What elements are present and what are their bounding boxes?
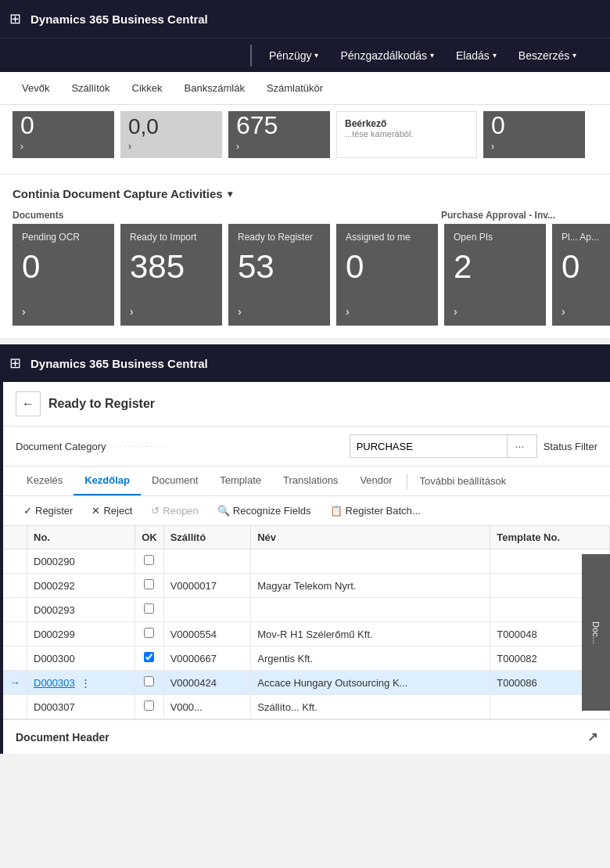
tab-document[interactable]: Document <box>141 466 209 495</box>
tile-open-pis[interactable]: Open PIs 2 › <box>444 224 546 326</box>
tile-arrow-icon: › <box>346 305 429 318</box>
ok-checkbox[interactable] <box>144 555 154 565</box>
row-no[interactable]: D000300 <box>27 646 135 671</box>
detail-title: Ready to Register <box>48 397 155 411</box>
row-no[interactable]: D000299 <box>27 622 135 646</box>
ok-checkbox[interactable] <box>144 701 154 711</box>
tile-1[interactable]: 0,0 › <box>120 111 222 158</box>
tile-arrow-icon: › <box>128 141 214 152</box>
tab-separator <box>407 474 407 489</box>
row-indicator: → <box>3 671 27 695</box>
ok-checkbox[interactable] <box>144 628 154 638</box>
kebab-menu-button[interactable]: ⋮ <box>77 677 94 689</box>
tab-more-settings[interactable]: További beállítások <box>411 467 516 495</box>
recognize-fields-button[interactable]: 🔍 Recognize Fields <box>210 501 319 520</box>
reject-button[interactable]: ✕ Reject <box>84 501 140 520</box>
row-no[interactable]: D000292 <box>27 574 135 598</box>
table-row[interactable]: D000290 <box>3 549 610 574</box>
nav-item-penzgazd[interactable]: Pénzgazdálkodás ▾ <box>329 38 445 73</box>
tile-ready-to-register[interactable]: Ready to Register 53 › <box>228 224 330 326</box>
row-ok[interactable] <box>135 549 164 574</box>
row-ok[interactable] <box>135 622 164 646</box>
tile-beerkez[interactable]: Beérkező ...tése kamerából. <box>336 111 477 158</box>
th-template-no[interactable]: Template No. <box>490 526 610 549</box>
tile-pending-ocr[interactable]: Pending OCR 0 › <box>13 224 114 326</box>
filter-dots-button[interactable]: ··· <box>507 435 533 457</box>
doc-column-label: Doc... <box>582 554 610 711</box>
tile-0[interactable]: 0 › <box>13 111 114 158</box>
grid-icon-2[interactable]: ⊞ <box>9 355 21 372</box>
row-no[interactable]: D000293 <box>27 598 135 622</box>
ok-checkbox[interactable] <box>144 652 154 662</box>
nav-bar: Pénzügy ▾ Pénzgazdálkodás ▾ Eladás ▾ Bes… <box>0 38 610 72</box>
tile-arrow-icon: › <box>22 305 105 318</box>
tabs-row: Kezelés Kezdőlap Document Template Trans… <box>3 466 610 496</box>
x-icon: ✕ <box>92 505 100 517</box>
export-icon[interactable]: ↗ <box>587 729 597 744</box>
continia-section-header: Continia Document Capture Activities ▾ <box>0 174 610 207</box>
table-row[interactable]: D000299V0000554Mov-R H1 Szélerőmű Kft.T0… <box>3 622 610 646</box>
table-row[interactable]: D000293 <box>3 598 610 622</box>
document-header-label: Document Header <box>16 731 109 744</box>
tile-ready-to-import[interactable]: Ready to Import 385 › <box>120 224 222 326</box>
subnav-szamlatukor[interactable]: Számlatükör <box>257 72 332 105</box>
row-no[interactable]: D000303 ⋮ <box>27 671 135 695</box>
nav-item-eladas[interactable]: Eladás ▾ <box>445 38 508 73</box>
table-row[interactable]: →D000303 ⋮V0000424Accace Hungary Outsour… <box>3 671 610 695</box>
tab-template[interactable]: Template <box>209 466 272 495</box>
tile-assigned-to-me[interactable]: Assigned to me 0 › <box>336 224 438 326</box>
row-ok[interactable] <box>135 695 164 719</box>
tile-arrow-icon: › <box>236 141 322 152</box>
tile-arrow-icon: › <box>238 305 321 318</box>
row-no[interactable]: D000290 <box>27 549 135 574</box>
subnav-cikkek[interactable]: Cikkek <box>123 72 172 105</box>
th-ok[interactable]: OK <box>135 526 164 549</box>
tile-pl-ap[interactable]: Pl... Ap... 0 › <box>552 224 610 326</box>
row-arrow-icon: → <box>9 676 20 689</box>
table-row[interactable]: D000307V000...Szállíto... Kft. <box>3 695 610 719</box>
filter-dots: ············ <box>116 442 343 450</box>
row-ok[interactable] <box>135 671 164 695</box>
ok-checkbox[interactable] <box>144 676 154 686</box>
reopen-button[interactable]: ↺ Reopen <box>143 501 206 520</box>
tile-2[interactable]: 675 › <box>228 111 330 158</box>
row-ok[interactable] <box>135 646 164 671</box>
tile-4[interactable]: 0 › <box>483 111 585 158</box>
th-nev[interactable]: Név <box>251 526 490 549</box>
th-no[interactable]: No. <box>27 526 135 549</box>
register-button[interactable]: ✓ Register <box>16 501 81 520</box>
document-no: D000307 <box>34 701 75 713</box>
row-szallito: V0000667 <box>163 646 251 671</box>
subnav-vevok[interactable]: Vevők <box>13 72 59 105</box>
top-tiles-section: 0 › 0,0 › 675 › Beérkező ...tése kameráb… <box>0 105 610 174</box>
tab-kezdőlap[interactable]: Kezdőlap <box>74 466 141 495</box>
table-row[interactable]: D000300V0000667Argentis Kft.T000082 <box>3 646 610 671</box>
nav-item-penzugy[interactable]: Pénzügy ▾ <box>258 38 329 73</box>
nav-item-beszerzes[interactable]: Beszerzés ▾ <box>508 38 587 73</box>
row-no[interactable]: D000307 <box>27 695 135 719</box>
row-ok[interactable] <box>135 598 164 622</box>
tab-kezelés[interactable]: Kezelés <box>16 466 74 495</box>
tab-vendor[interactable]: Vendor <box>349 466 403 495</box>
ok-checkbox[interactable] <box>144 603 154 614</box>
grid-icon[interactable]: ⊞ <box>9 10 21 27</box>
document-header-section: Document Header ↗ <box>3 719 610 754</box>
register-batch-button[interactable]: 📋 Register Batch... <box>322 501 429 520</box>
back-button[interactable]: ← <box>16 391 41 416</box>
tile-arrow-icon: › <box>454 305 536 318</box>
row-ok[interactable] <box>135 574 164 598</box>
row-nev: Accace Hungary Outsourcing K... <box>251 671 490 695</box>
row-indicator <box>3 574 27 598</box>
row-szallito: V0000017 <box>163 574 251 598</box>
document-link[interactable]: D000303 <box>34 677 75 689</box>
document-no: D000299 <box>34 628 75 640</box>
subnav-bankszamlak[interactable]: Bankszámlák <box>175 72 254 105</box>
tab-translations[interactable]: Translations <box>272 466 349 495</box>
subnav-szallitok[interactable]: Szállítók <box>62 72 119 105</box>
row-nev: Szállíto... Kft. <box>251 695 490 719</box>
batch-icon: 📋 <box>330 505 343 517</box>
table-row[interactable]: D000292V0000017Magyar Telekom Nyrt. <box>3 574 610 598</box>
ok-checkbox[interactable] <box>144 579 154 589</box>
th-szallito[interactable]: Szállító <box>163 526 251 549</box>
document-category-input[interactable] <box>350 436 507 457</box>
